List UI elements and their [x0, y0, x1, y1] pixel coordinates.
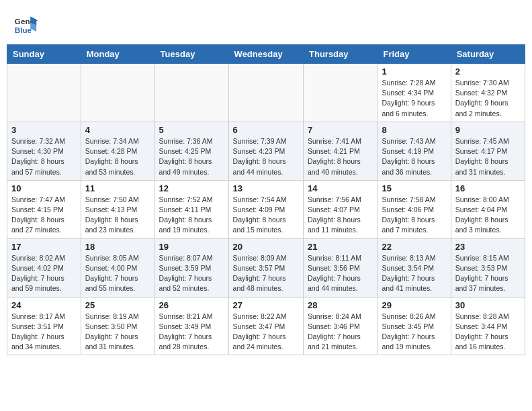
day-number: 14 [308, 183, 373, 193]
day-info: Sunrise: 7:58 AMSunset: 4:06 PMDaylight:… [382, 195, 446, 236]
day-info: Sunrise: 7:34 AMSunset: 4:28 PMDaylight:… [85, 136, 150, 177]
day-number: 16 [455, 183, 521, 193]
calendar-cell: 24Sunrise: 8:17 AMSunset: 3:51 PMDayligh… [7, 297, 81, 355]
day-number: 26 [159, 300, 224, 310]
calendar-cell: 3Sunrise: 7:32 AMSunset: 4:30 PMDaylight… [7, 122, 81, 180]
day-number: 8 [382, 125, 446, 135]
calendar-cell: 2Sunrise: 7:30 AMSunset: 4:32 PMDaylight… [451, 64, 525, 122]
calendar-cell: 10Sunrise: 7:47 AMSunset: 4:15 PMDayligh… [7, 180, 81, 238]
calendar-week-row: 3Sunrise: 7:32 AMSunset: 4:30 PMDaylight… [7, 122, 525, 180]
calendar-cell: 9Sunrise: 7:45 AMSunset: 4:17 PMDaylight… [451, 122, 525, 180]
day-number: 5 [159, 125, 224, 135]
svg-text:Blue: Blue [15, 26, 32, 34]
day-number: 3 [11, 125, 77, 135]
day-info: Sunrise: 8:26 AMSunset: 3:45 PMDaylight:… [382, 312, 446, 353]
day-info: Sunrise: 7:36 AMSunset: 4:25 PMDaylight:… [159, 136, 224, 177]
day-info: Sunrise: 8:21 AMSunset: 3:49 PMDaylight:… [159, 312, 224, 353]
calendar-cell: 29Sunrise: 8:26 AMSunset: 3:45 PMDayligh… [378, 297, 451, 355]
calendar-cell: 12Sunrise: 7:52 AMSunset: 4:11 PMDayligh… [154, 180, 228, 238]
header: General Blue [7, 7, 525, 41]
day-info: Sunrise: 8:15 AMSunset: 3:53 PMDaylight:… [455, 253, 521, 294]
day-info: Sunrise: 8:19 AMSunset: 3:50 PMDaylight:… [85, 312, 150, 353]
day-info: Sunrise: 7:56 AMSunset: 4:07 PMDaylight:… [308, 195, 373, 236]
day-number: 29 [382, 300, 446, 310]
calendar-cell: 23Sunrise: 8:15 AMSunset: 3:53 PMDayligh… [451, 238, 525, 297]
day-info: Sunrise: 8:17 AMSunset: 3:51 PMDaylight:… [11, 312, 77, 353]
calendar-week-row: 10Sunrise: 7:47 AMSunset: 4:15 PMDayligh… [7, 180, 525, 238]
calendar-cell: 20Sunrise: 8:09 AMSunset: 3:57 PMDayligh… [228, 238, 303, 297]
calendar-cell [154, 64, 228, 122]
calendar-cell: 6Sunrise: 7:39 AMSunset: 4:23 PMDaylight… [228, 122, 303, 180]
day-number: 27 [233, 300, 299, 310]
calendar-cell: 17Sunrise: 8:02 AMSunset: 4:02 PMDayligh… [7, 238, 81, 297]
day-info: Sunrise: 7:32 AMSunset: 4:30 PMDaylight:… [11, 136, 77, 177]
day-info: Sunrise: 7:54 AMSunset: 4:09 PMDaylight:… [233, 195, 299, 236]
col-header-tuesday: Tuesday [154, 45, 228, 64]
day-number: 15 [382, 183, 446, 193]
calendar-cell: 16Sunrise: 8:00 AMSunset: 4:04 PMDayligh… [451, 180, 525, 238]
col-header-monday: Monday [81, 45, 154, 64]
day-number: 17 [11, 242, 77, 252]
day-number: 11 [85, 183, 150, 193]
calendar-cell: 14Sunrise: 7:56 AMSunset: 4:07 PMDayligh… [304, 180, 378, 238]
calendar-cell: 4Sunrise: 7:34 AMSunset: 4:28 PMDaylight… [81, 122, 154, 180]
calendar-cell: 15Sunrise: 7:58 AMSunset: 4:06 PMDayligh… [378, 180, 451, 238]
col-header-saturday: Saturday [451, 45, 525, 64]
day-info: Sunrise: 8:07 AMSunset: 3:59 PMDaylight:… [159, 253, 224, 294]
calendar-cell [228, 64, 303, 122]
calendar-cell [7, 64, 81, 122]
day-number: 1 [382, 66, 446, 77]
calendar-cell: 25Sunrise: 8:19 AMSunset: 3:50 PMDayligh… [81, 297, 154, 355]
day-number: 30 [455, 300, 521, 310]
col-header-sunday: Sunday [7, 45, 81, 64]
calendar-week-row: 17Sunrise: 8:02 AMSunset: 4:02 PMDayligh… [7, 238, 525, 297]
calendar-cell: 1Sunrise: 7:28 AMSunset: 4:34 PMDaylight… [378, 64, 451, 122]
day-number: 7 [308, 125, 373, 135]
calendar-cell: 5Sunrise: 7:36 AMSunset: 4:25 PMDaylight… [154, 122, 228, 180]
day-info: Sunrise: 8:13 AMSunset: 3:54 PMDaylight:… [382, 253, 446, 294]
logo: General Blue [13, 13, 38, 38]
day-number: 13 [233, 183, 299, 193]
day-number: 19 [159, 242, 224, 252]
day-info: Sunrise: 7:43 AMSunset: 4:19 PMDaylight:… [382, 136, 446, 177]
day-info: Sunrise: 8:05 AMSunset: 4:00 PMDaylight:… [85, 253, 150, 294]
calendar-cell: 21Sunrise: 8:11 AMSunset: 3:56 PMDayligh… [304, 238, 378, 297]
day-number: 21 [308, 242, 373, 252]
calendar-table: SundayMondayTuesdayWednesdayThursdayFrid… [7, 44, 525, 355]
day-info: Sunrise: 7:45 AMSunset: 4:17 PMDaylight:… [455, 136, 521, 177]
day-info: Sunrise: 7:52 AMSunset: 4:11 PMDaylight:… [159, 195, 224, 236]
calendar-cell: 8Sunrise: 7:43 AMSunset: 4:19 PMDaylight… [378, 122, 451, 180]
calendar-cell [81, 64, 154, 122]
col-header-friday: Friday [378, 45, 451, 64]
day-number: 12 [159, 183, 224, 193]
logo-icon: General Blue [13, 13, 38, 38]
calendar-cell: 28Sunrise: 8:24 AMSunset: 3:46 PMDayligh… [304, 297, 378, 355]
day-info: Sunrise: 7:41 AMSunset: 4:21 PMDaylight:… [308, 136, 373, 177]
day-number: 18 [85, 242, 150, 252]
calendar-cell: 27Sunrise: 8:22 AMSunset: 3:47 PMDayligh… [228, 297, 303, 355]
day-number: 9 [455, 125, 521, 135]
day-info: Sunrise: 8:22 AMSunset: 3:47 PMDaylight:… [233, 312, 299, 353]
day-number: 24 [11, 300, 77, 310]
day-info: Sunrise: 7:28 AMSunset: 4:34 PMDaylight:… [382, 78, 446, 119]
day-number: 20 [233, 242, 299, 252]
col-header-wednesday: Wednesday [228, 45, 303, 64]
calendar-cell: 11Sunrise: 7:50 AMSunset: 4:13 PMDayligh… [81, 180, 154, 238]
day-info: Sunrise: 7:39 AMSunset: 4:23 PMDaylight:… [233, 136, 299, 177]
day-info: Sunrise: 8:02 AMSunset: 4:02 PMDaylight:… [11, 253, 77, 294]
day-number: 4 [85, 125, 150, 135]
calendar-cell [304, 64, 378, 122]
calendar-cell: 22Sunrise: 8:13 AMSunset: 3:54 PMDayligh… [378, 238, 451, 297]
day-number: 22 [382, 242, 446, 252]
calendar-cell: 30Sunrise: 8:28 AMSunset: 3:44 PMDayligh… [451, 297, 525, 355]
calendar-header-row: SundayMondayTuesdayWednesdayThursdayFrid… [7, 45, 525, 64]
day-info: Sunrise: 7:50 AMSunset: 4:13 PMDaylight:… [85, 195, 150, 236]
day-info: Sunrise: 8:11 AMSunset: 3:56 PMDaylight:… [308, 253, 373, 294]
day-number: 25 [85, 300, 150, 310]
calendar-cell: 18Sunrise: 8:05 AMSunset: 4:00 PMDayligh… [81, 238, 154, 297]
day-info: Sunrise: 7:30 AMSunset: 4:32 PMDaylight:… [455, 78, 521, 119]
day-info: Sunrise: 7:47 AMSunset: 4:15 PMDaylight:… [11, 195, 77, 236]
day-info: Sunrise: 8:24 AMSunset: 3:46 PMDaylight:… [308, 312, 373, 353]
day-number: 6 [233, 125, 299, 135]
col-header-thursday: Thursday [304, 45, 378, 64]
